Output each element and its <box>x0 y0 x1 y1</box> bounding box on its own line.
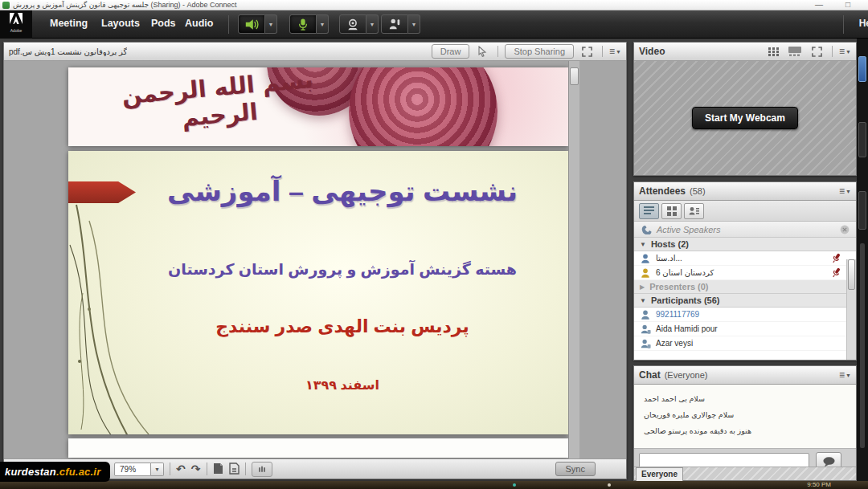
active-speakers-label: Active Speakers <box>657 225 720 234</box>
webcam-button[interactable] <box>339 14 366 34</box>
branch-decoration <box>68 197 170 434</box>
attendee-name: اد.ستا... <box>656 254 682 263</box>
attendee-name: 9921117769 <box>656 310 699 319</box>
chat-tab-everyone[interactable]: Everyone <box>636 467 683 481</box>
video-pod: Video ≡▼ Start My Webcam <box>633 42 857 176</box>
attendee-row-participant[interactable]: Azar veysi <box>634 336 856 351</box>
slide-next-page <box>68 438 568 458</box>
speaker-dropdown[interactable]: ▼ <box>265 14 277 34</box>
adobe-logo: Adobe <box>0 10 32 39</box>
minimize-button[interactable]: — <box>813 0 825 9</box>
fullscreen-icon[interactable] <box>578 45 596 59</box>
adobe-logo-icon <box>10 13 23 24</box>
expand-triangle-icon: ▶ <box>640 283 645 291</box>
active-speakers-row[interactable]: Active Speakers <box>634 222 856 238</box>
fullscreen-icon[interactable] <box>808 45 825 59</box>
document-scrollbar[interactable] <box>568 61 579 458</box>
desktop-edge-strip <box>857 39 868 489</box>
speaker-button[interactable] <box>238 14 265 34</box>
menu-layouts[interactable]: Layouts <box>101 18 140 29</box>
chat-messages: سلام بی احمد احمد سلام چوالاری ملیره قور… <box>634 385 856 449</box>
attendees-scrollbar[interactable] <box>846 259 856 360</box>
menu-pods[interactable]: Pods <box>151 18 176 29</box>
card-view-button[interactable] <box>684 203 704 219</box>
share-pod-menu-icon[interactable]: ≡▼ <box>609 47 621 55</box>
video-pod-header: Video ≡▼ <box>634 43 856 61</box>
slide-organization: پردیس بنت الهدی صدر سنندج <box>125 316 560 337</box>
collapse-triangle-icon: ▼ <box>640 241 646 248</box>
collapse-circle-icon[interactable] <box>840 225 850 234</box>
status-control-group: ▼ <box>381 14 420 34</box>
fit-page-icon <box>213 463 223 475</box>
filmstrip-view-icon[interactable] <box>786 45 804 59</box>
video-pod-menu-icon[interactable]: ≡▼ <box>839 47 851 55</box>
adobe-connect-app-icon <box>2 2 10 9</box>
list-view-button[interactable] <box>639 203 659 219</box>
attendees-pod-menu-icon[interactable]: ≡▼ <box>839 187 851 195</box>
start-webcam-button[interactable]: Start My Webcam <box>692 107 798 129</box>
taskbar-dot <box>608 483 611 487</box>
scrollbar-thumb[interactable] <box>570 67 579 85</box>
fit-page-button[interactable] <box>213 463 223 476</box>
chat-pod: Chat (Everyone) ≡▼ سلام بی احمد احمد سلا… <box>633 365 857 481</box>
window-titlebar: جلسه توجیهی قانون گزینش آموزش و پرورش (S… <box>0 0 868 10</box>
attendee-row-host[interactable]: اد.ستا... <box>634 251 856 266</box>
microphone-dropdown[interactable]: ▼ <box>317 14 329 34</box>
taskbar-dot <box>513 483 516 487</box>
watermark-name: kurdestan <box>5 466 56 478</box>
webcam-control-group: ▼ <box>339 14 379 34</box>
chat-scope: (Everyone) <box>665 370 708 380</box>
hosts-section-header[interactable]: ▼ Hosts (2) <box>634 238 856 251</box>
presenters-section-header[interactable]: ▶ Presenters (0) <box>634 280 856 294</box>
zoom-dropdown-icon[interactable]: ▼ <box>151 463 164 476</box>
attendee-row-participant[interactable]: 9921117769 <box>634 308 856 322</box>
participants-section-header[interactable]: ▼ Participants (56) <box>634 294 856 308</box>
fit-width-icon <box>229 463 240 475</box>
microphone-button[interactable] <box>289 14 317 34</box>
menu-audio[interactable]: Audio <box>185 18 213 29</box>
attendees-pod-title: Attendees <box>639 185 686 197</box>
attendee-name: کردستان استان 6 <box>656 268 714 277</box>
chat-message: سلام بی احمد احمد <box>644 394 856 403</box>
menubar-separator <box>228 15 229 34</box>
attendees-view-toolbar <box>634 201 856 222</box>
menu-help[interactable]: He <box>859 18 868 29</box>
grid-view-icon[interactable] <box>764 45 782 59</box>
attendee-row-host[interactable]: کردستان استان 6 <box>634 266 856 280</box>
zoom-level-value: 79% <box>114 463 151 476</box>
redo-button[interactable]: ↷ <box>191 463 201 475</box>
grid-view-button[interactable] <box>661 203 682 219</box>
speaker-icon <box>244 18 259 31</box>
raise-hand-dropdown[interactable]: ▼ <box>408 14 420 34</box>
maximize-button[interactable]: □ <box>842 0 854 9</box>
pointer-tool-button[interactable] <box>473 45 491 59</box>
window-title: جلسه توجیهی قانون گزینش آموزش و پرورش (S… <box>13 0 237 10</box>
raise-hand-button[interactable] <box>381 14 408 34</box>
system-clock: 9:50 PM <box>807 481 831 488</box>
edge-app-icon-gray <box>858 191 866 230</box>
menu-bar: Adobe Meeting Layouts Pods Audio ▼ <box>0 10 868 39</box>
edge-scrollbar <box>860 243 865 448</box>
webcam-icon <box>346 18 359 31</box>
sync-button[interactable]: Sync <box>555 462 596 476</box>
stop-sharing-button[interactable]: Stop Sharing <box>505 44 574 59</box>
pan-hand-icon <box>257 464 267 474</box>
pan-tool-button[interactable] <box>252 462 272 477</box>
webcam-dropdown[interactable]: ▼ <box>366 14 379 34</box>
zoom-level-select[interactable]: 79% ▼ <box>114 463 164 476</box>
slide-previous-page: بسم الله الرحمن الرحیم <box>68 67 568 146</box>
slide-current-page: نشست توجیهی – آموزشی هسته گزینش آموزش و … <box>68 151 568 434</box>
participant-avatar-icon <box>640 338 651 349</box>
scrollbar-thumb[interactable] <box>848 259 855 290</box>
chat-pod-title: Chat <box>639 369 661 381</box>
menubar-separator <box>843 15 844 34</box>
attendee-row-participant[interactable]: Aida Hamidi pour <box>634 322 856 336</box>
undo-button[interactable]: ↶ <box>176 463 186 475</box>
menu-meeting[interactable]: Meeting <box>50 18 88 29</box>
draw-button[interactable]: Draw <box>432 44 470 59</box>
fit-width-button[interactable] <box>229 463 240 476</box>
chat-pod-menu-icon[interactable]: ≡▼ <box>839 371 851 379</box>
attendees-pod-header: Attendees (58) ≡▼ <box>634 182 856 201</box>
speaker-control-group: ▼ <box>238 14 277 34</box>
share-pod: گز پردوقانون نشست 1ویش س.pdf Draw Stop S… <box>3 42 627 479</box>
